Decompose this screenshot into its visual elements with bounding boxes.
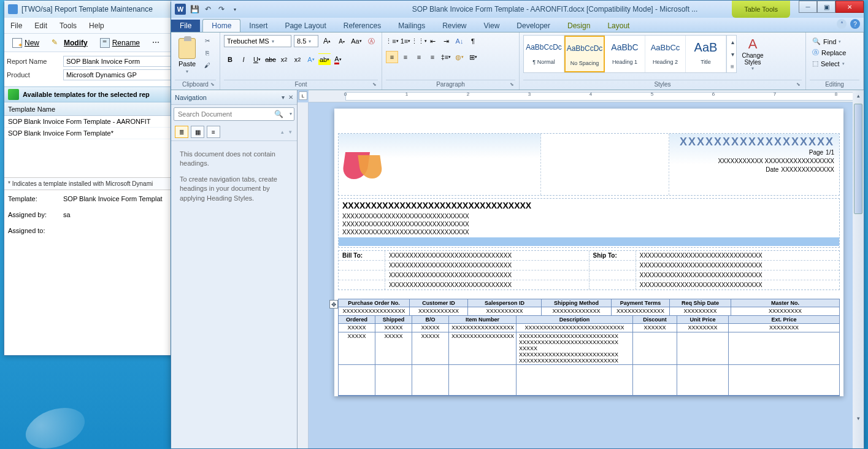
modify-button[interactable]: ✎Modify bbox=[47, 36, 92, 50]
show-marks-button[interactable]: ¶ bbox=[467, 35, 479, 47]
grow-font-button[interactable]: A▴ bbox=[321, 35, 333, 47]
tab-review[interactable]: Review bbox=[434, 20, 475, 32]
select-button[interactable]: ⬚Select▾ bbox=[810, 58, 847, 69]
menu-file[interactable]: File bbox=[10, 21, 22, 30]
font-dialog-icon[interactable]: ⬊ bbox=[372, 82, 377, 87]
scroll-up-button[interactable]: ▴ bbox=[853, 90, 864, 101]
strike-button[interactable]: abc bbox=[264, 53, 277, 66]
menu-tools[interactable]: Tools bbox=[60, 21, 77, 30]
bold-button[interactable]: B bbox=[224, 53, 236, 66]
styles-scroll-down[interactable]: ▾ bbox=[727, 48, 738, 60]
redo-icon[interactable]: ↷ bbox=[217, 4, 226, 14]
tab-references[interactable]: References bbox=[335, 20, 390, 32]
styles-scroll-up[interactable]: ▴ bbox=[727, 36, 738, 48]
paragraph-dialog-icon[interactable]: ⬊ bbox=[510, 82, 514, 87]
invoice-data-table[interactable]: Purchase Order No. Customer ID Salespers… bbox=[338, 299, 840, 396]
italic-button[interactable]: I bbox=[237, 53, 250, 66]
replace-button[interactable]: ⓐReplace bbox=[810, 47, 848, 58]
styles-dialog-icon[interactable]: ⬊ bbox=[796, 82, 801, 87]
clipboard-dialog-icon[interactable]: ⬊ bbox=[210, 82, 215, 87]
help-icon[interactable]: ? bbox=[850, 19, 860, 29]
table-move-handle[interactable]: ✥ bbox=[329, 300, 338, 309]
nav-close-icon[interactable]: ✕ bbox=[288, 94, 293, 101]
rename-button[interactable]: ═Rename bbox=[96, 36, 144, 50]
nav-tab-headings[interactable]: ≣ bbox=[175, 126, 188, 138]
shading-button[interactable]: ◍▾ bbox=[453, 51, 466, 63]
ship-to-label[interactable]: Ship To: bbox=[590, 251, 636, 260]
minimize-ribbon-icon[interactable]: ˄ bbox=[837, 19, 847, 29]
tab-design[interactable]: Design bbox=[559, 20, 599, 32]
style-heading-2[interactable]: AaBbCcHeading 2 bbox=[645, 36, 686, 72]
nav-next-icon[interactable]: ▾ bbox=[288, 129, 293, 135]
font-color-button[interactable]: A▾ bbox=[332, 53, 344, 66]
search-icon[interactable]: 🔍 bbox=[274, 110, 283, 118]
menu-edit[interactable]: Edit bbox=[34, 21, 47, 30]
maximize-button[interactable]: ▣ bbox=[817, 1, 835, 13]
change-styles-button[interactable]: AChange Styles▾ bbox=[739, 35, 766, 71]
clear-formatting-button[interactable]: Ⓐ bbox=[365, 35, 377, 47]
nav-search-dropdown-icon[interactable]: ▾ bbox=[290, 111, 292, 117]
align-center-button[interactable]: ≡ bbox=[399, 51, 412, 63]
align-left-button[interactable]: ≡ bbox=[386, 51, 398, 63]
align-right-button[interactable]: ≡ bbox=[413, 51, 425, 63]
text-effects-button[interactable]: A▾ bbox=[305, 53, 317, 66]
style-normal[interactable]: AaBbCcDc¶ Normal bbox=[524, 36, 564, 72]
paste-button[interactable]: Paste▾ bbox=[175, 35, 199, 77]
tab-page-layout[interactable]: Page Layout bbox=[276, 20, 334, 32]
invoice-header-right[interactable]: XXXXXXXXXXXXXXXXXX Page1/1 XXXXXXXXXXX X… bbox=[669, 134, 839, 195]
tab-home[interactable]: Home bbox=[202, 19, 240, 32]
menu-help[interactable]: Help bbox=[89, 21, 104, 30]
bill-ship-table[interactable]: Bill To: XXXXXXXXXXXXXXXXXXXXXXXXXXXXXX … bbox=[338, 250, 840, 290]
style-heading-1[interactable]: AaBbCHeading 1 bbox=[605, 36, 645, 72]
style-title[interactable]: AaBTitle bbox=[686, 36, 726, 72]
save-icon[interactable]: 💾 bbox=[190, 4, 199, 14]
text-selection[interactable] bbox=[339, 237, 839, 246]
tab-mailings[interactable]: Mailings bbox=[390, 20, 434, 32]
vertical-scrollbar[interactable]: ▴ ▾ bbox=[853, 90, 864, 448]
word-titlebar[interactable]: W 💾 ↶ ↷ ▾ SOP Blank Invoice Form Templat… bbox=[171, 1, 864, 18]
format-painter-button[interactable]: 🖌 bbox=[202, 59, 213, 71]
bullets-button[interactable]: ⋮≡▾ bbox=[386, 35, 398, 47]
tab-selector[interactable]: L bbox=[299, 91, 307, 100]
horizontal-ruler[interactable]: 012345678 bbox=[309, 90, 853, 102]
highlight-button[interactable]: ab▾ bbox=[318, 53, 331, 66]
more-button[interactable]: ⋯ bbox=[148, 36, 166, 50]
close-button[interactable]: ✕ bbox=[835, 1, 864, 13]
subscript-button[interactable]: x2 bbox=[278, 53, 290, 66]
tab-insert[interactable]: Insert bbox=[240, 20, 276, 32]
invoice-header-mid[interactable] bbox=[541, 134, 670, 195]
styles-expand[interactable]: ≡ bbox=[727, 60, 738, 72]
font-size-combo[interactable]: 8.5▾ bbox=[294, 35, 318, 47]
nav-tab-pages[interactable]: ▦ bbox=[191, 126, 204, 138]
scroll-down-button[interactable]: ▾ bbox=[853, 413, 864, 424]
find-button[interactable]: 🔍Find▾ bbox=[810, 36, 843, 47]
nav-dropdown-icon[interactable]: ▾ bbox=[282, 94, 285, 101]
borders-button[interactable]: ⊞▾ bbox=[467, 51, 479, 63]
invoice-logo-cell[interactable] bbox=[339, 134, 541, 195]
increase-indent-button[interactable]: ⇥ bbox=[440, 35, 452, 47]
nav-tab-results[interactable]: ≡ bbox=[207, 126, 220, 138]
invoice-address-block[interactable]: XXXXXXXXXXXXXXXXXXXXXXXXXXXXXXXXX XXXXXX… bbox=[338, 198, 840, 248]
line-spacing-button[interactable]: ‡≡▾ bbox=[440, 51, 452, 63]
style-no-spacing[interactable]: AaBbCcDcNo Spacing bbox=[564, 36, 605, 72]
copy-button[interactable]: ⎘ bbox=[202, 47, 213, 58]
new-button[interactable]: ✦New bbox=[8, 36, 44, 50]
numbering-button[interactable]: 1≡▾ bbox=[399, 35, 412, 47]
document-page[interactable]: XXXXXXXXXXXXXXXXXX Page1/1 XXXXXXXXXXX X… bbox=[334, 109, 843, 396]
minimize-button[interactable]: ─ bbox=[799, 1, 817, 13]
font-name-combo[interactable]: Trebuchet MS▾ bbox=[224, 35, 291, 47]
vertical-ruler[interactable] bbox=[298, 102, 309, 448]
invoice-header-table[interactable]: XXXXXXXXXXXXXXXXXX Page1/1 XXXXXXXXXXX X… bbox=[338, 133, 840, 196]
qat-dropdown-icon[interactable]: ▾ bbox=[230, 4, 240, 14]
underline-button[interactable]: U▾ bbox=[251, 53, 263, 66]
bill-to-label[interactable]: Bill To: bbox=[339, 251, 385, 260]
tab-file[interactable]: File bbox=[171, 20, 200, 32]
undo-icon[interactable]: ↶ bbox=[203, 4, 213, 14]
nav-prev-icon[interactable]: ▴ bbox=[280, 129, 285, 135]
tab-developer[interactable]: Developer bbox=[508, 20, 559, 32]
scroll-thumb[interactable] bbox=[854, 104, 862, 214]
tab-view[interactable]: View bbox=[475, 20, 509, 32]
styles-gallery[interactable]: AaBbCcDc¶ Normal AaBbCcDcNo Spacing AaBb… bbox=[523, 35, 737, 73]
multilevel-button[interactable]: ⋮⋮▾ bbox=[413, 35, 425, 47]
shrink-font-button[interactable]: A▾ bbox=[336, 35, 348, 47]
